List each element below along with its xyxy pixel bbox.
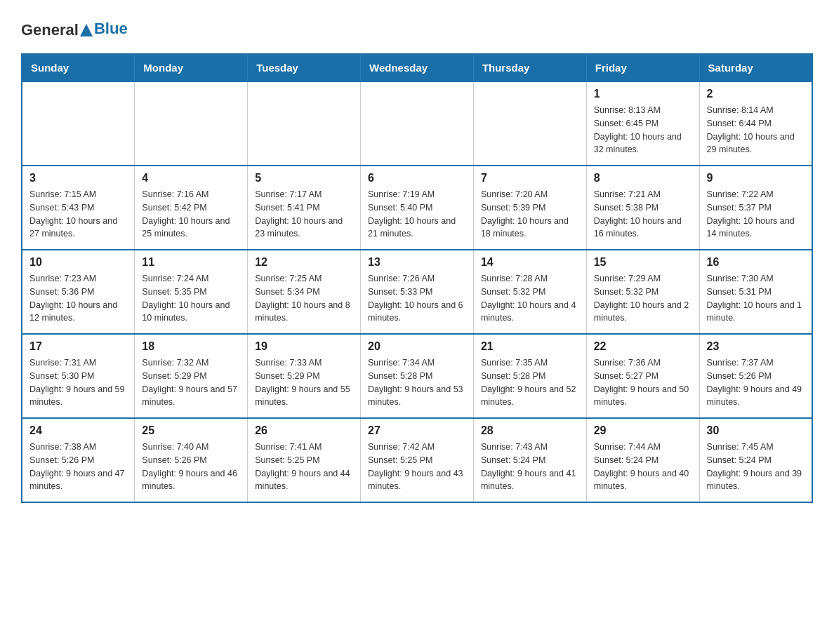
- day-number: 6: [368, 172, 466, 185]
- day-number: 24: [29, 424, 127, 437]
- calendar-cell: 13Sunrise: 7:26 AMSunset: 5:33 PMDayligh…: [361, 250, 474, 334]
- calendar-cell: 2Sunrise: 8:14 AMSunset: 6:44 PMDaylight…: [699, 81, 812, 166]
- day-info: Sunrise: 7:32 AMSunset: 5:29 PMDaylight:…: [142, 356, 240, 409]
- day-info: Sunrise: 7:35 AMSunset: 5:28 PMDaylight:…: [481, 356, 579, 409]
- day-info: Sunrise: 7:25 AMSunset: 5:34 PMDaylight:…: [255, 272, 353, 325]
- day-info: Sunrise: 7:17 AMSunset: 5:41 PMDaylight:…: [255, 188, 353, 241]
- weekday-header-wednesday: Wednesday: [361, 54, 474, 81]
- day-info: Sunrise: 7:33 AMSunset: 5:29 PMDaylight:…: [255, 356, 353, 409]
- calendar-cell: 24Sunrise: 7:38 AMSunset: 5:26 PMDayligh…: [22, 418, 135, 502]
- calendar-cell: 12Sunrise: 7:25 AMSunset: 5:34 PMDayligh…: [248, 250, 361, 334]
- calendar-cell: 22Sunrise: 7:36 AMSunset: 5:27 PMDayligh…: [586, 334, 699, 418]
- calendar-cell: 29Sunrise: 7:44 AMSunset: 5:24 PMDayligh…: [586, 418, 699, 502]
- weekday-header-monday: Monday: [135, 54, 248, 81]
- calendar-cell: [135, 81, 248, 166]
- calendar-cell: 4Sunrise: 7:16 AMSunset: 5:42 PMDaylight…: [135, 166, 248, 250]
- day-number: 19: [255, 340, 353, 353]
- day-number: 12: [255, 256, 353, 269]
- calendar-cell: 21Sunrise: 7:35 AMSunset: 5:28 PMDayligh…: [473, 334, 586, 418]
- day-info: Sunrise: 7:45 AMSunset: 5:24 PMDaylight:…: [707, 441, 805, 493]
- calendar-week-2: 3Sunrise: 7:15 AMSunset: 5:43 PMDaylight…: [22, 166, 812, 250]
- calendar-cell: 5Sunrise: 7:17 AMSunset: 5:41 PMDaylight…: [248, 166, 361, 250]
- calendar-body: 1Sunrise: 8:13 AMSunset: 6:45 PMDaylight…: [22, 81, 812, 502]
- day-number: 1: [594, 88, 692, 100]
- logo-general-text: General: [21, 21, 79, 39]
- calendar-cell: 30Sunrise: 7:45 AMSunset: 5:24 PMDayligh…: [699, 418, 812, 502]
- weekday-header-tuesday: Tuesday: [248, 54, 361, 81]
- logo-triangle-icon: [80, 24, 93, 36]
- calendar-cell: 16Sunrise: 7:30 AMSunset: 5:31 PMDayligh…: [699, 250, 812, 334]
- calendar-week-1: 1Sunrise: 8:13 AMSunset: 6:45 PMDaylight…: [22, 81, 812, 166]
- day-info: Sunrise: 7:26 AMSunset: 5:33 PMDaylight:…: [368, 272, 466, 325]
- day-info: Sunrise: 7:43 AMSunset: 5:24 PMDaylight:…: [481, 441, 579, 493]
- day-number: 25: [142, 424, 240, 437]
- day-number: 27: [368, 424, 466, 437]
- calendar-cell: 27Sunrise: 7:42 AMSunset: 5:25 PMDayligh…: [361, 418, 474, 502]
- day-info: Sunrise: 7:31 AMSunset: 5:30 PMDaylight:…: [29, 356, 127, 409]
- calendar-cell: [473, 81, 586, 166]
- weekday-header-sunday: Sunday: [22, 54, 135, 81]
- day-info: Sunrise: 7:28 AMSunset: 5:32 PMDaylight:…: [481, 272, 579, 325]
- day-number: 5: [255, 172, 353, 185]
- day-info: Sunrise: 7:37 AMSunset: 5:26 PMDaylight:…: [707, 356, 805, 409]
- calendar-cell: [22, 81, 135, 166]
- calendar-cell: 8Sunrise: 7:21 AMSunset: 5:38 PMDaylight…: [586, 166, 699, 250]
- day-info: Sunrise: 7:23 AMSunset: 5:36 PMDaylight:…: [29, 272, 127, 325]
- day-info: Sunrise: 7:19 AMSunset: 5:40 PMDaylight:…: [368, 188, 466, 241]
- page-header: General Blue: [21, 14, 813, 39]
- day-number: 10: [29, 256, 127, 269]
- calendar-cell: 6Sunrise: 7:19 AMSunset: 5:40 PMDaylight…: [361, 166, 474, 250]
- day-number: 14: [481, 256, 579, 269]
- calendar-cell: 25Sunrise: 7:40 AMSunset: 5:26 PMDayligh…: [135, 418, 248, 502]
- day-number: 13: [368, 256, 466, 269]
- day-number: 3: [29, 172, 127, 185]
- day-number: 21: [481, 340, 579, 353]
- day-info: Sunrise: 7:20 AMSunset: 5:39 PMDaylight:…: [481, 188, 579, 241]
- day-info: Sunrise: 7:22 AMSunset: 5:37 PMDaylight:…: [707, 188, 805, 241]
- weekday-header-saturday: Saturday: [699, 54, 812, 81]
- day-info: Sunrise: 7:36 AMSunset: 5:27 PMDaylight:…: [594, 356, 692, 409]
- day-number: 7: [481, 172, 579, 185]
- day-info: Sunrise: 7:41 AMSunset: 5:25 PMDaylight:…: [255, 441, 353, 493]
- calendar-cell: [361, 81, 474, 166]
- calendar-week-5: 24Sunrise: 7:38 AMSunset: 5:26 PMDayligh…: [22, 418, 812, 502]
- calendar-cell: 18Sunrise: 7:32 AMSunset: 5:29 PMDayligh…: [135, 334, 248, 418]
- calendar-cell: 17Sunrise: 7:31 AMSunset: 5:30 PMDayligh…: [22, 334, 135, 418]
- day-number: 8: [594, 172, 692, 185]
- calendar-cell: 28Sunrise: 7:43 AMSunset: 5:24 PMDayligh…: [473, 418, 586, 502]
- day-number: 11: [142, 256, 240, 269]
- day-number: 16: [707, 256, 805, 269]
- day-number: 4: [142, 172, 240, 185]
- calendar-cell: 20Sunrise: 7:34 AMSunset: 5:28 PMDayligh…: [361, 334, 474, 418]
- day-info: Sunrise: 7:24 AMSunset: 5:35 PMDaylight:…: [142, 272, 240, 325]
- calendar-cell: 3Sunrise: 7:15 AMSunset: 5:43 PMDaylight…: [22, 166, 135, 250]
- calendar-week-4: 17Sunrise: 7:31 AMSunset: 5:30 PMDayligh…: [22, 334, 812, 418]
- day-number: 28: [481, 424, 579, 437]
- day-number: 22: [594, 340, 692, 353]
- weekday-header-friday: Friday: [586, 54, 699, 81]
- svg-marker-0: [80, 24, 93, 36]
- day-info: Sunrise: 7:21 AMSunset: 5:38 PMDaylight:…: [594, 188, 692, 241]
- calendar-cell: 15Sunrise: 7:29 AMSunset: 5:32 PMDayligh…: [586, 250, 699, 334]
- weekday-header-thursday: Thursday: [473, 54, 586, 81]
- day-info: Sunrise: 7:16 AMSunset: 5:42 PMDaylight:…: [142, 188, 240, 241]
- calendar-header: SundayMondayTuesdayWednesdayThursdayFrid…: [22, 54, 812, 81]
- calendar-cell: [248, 81, 361, 166]
- day-number: 20: [368, 340, 466, 353]
- logo: General Blue: [21, 21, 128, 39]
- calendar-cell: 26Sunrise: 7:41 AMSunset: 5:25 PMDayligh…: [248, 418, 361, 502]
- day-number: 17: [29, 340, 127, 353]
- day-info: Sunrise: 7:44 AMSunset: 5:24 PMDaylight:…: [594, 441, 692, 493]
- day-info: Sunrise: 7:30 AMSunset: 5:31 PMDaylight:…: [707, 272, 805, 325]
- day-info: Sunrise: 8:13 AMSunset: 6:45 PMDaylight:…: [594, 104, 692, 156]
- calendar-cell: 7Sunrise: 7:20 AMSunset: 5:39 PMDaylight…: [473, 166, 586, 250]
- calendar-cell: 11Sunrise: 7:24 AMSunset: 5:35 PMDayligh…: [135, 250, 248, 334]
- weekday-row: SundayMondayTuesdayWednesdayThursdayFrid…: [22, 54, 812, 81]
- day-info: Sunrise: 7:40 AMSunset: 5:26 PMDaylight:…: [142, 441, 240, 493]
- calendar-week-3: 10Sunrise: 7:23 AMSunset: 5:36 PMDayligh…: [22, 250, 812, 334]
- calendar-cell: 9Sunrise: 7:22 AMSunset: 5:37 PMDaylight…: [699, 166, 812, 250]
- day-number: 23: [707, 340, 805, 353]
- calendar-table: SundayMondayTuesdayWednesdayThursdayFrid…: [21, 53, 813, 503]
- day-info: Sunrise: 7:42 AMSunset: 5:25 PMDaylight:…: [368, 441, 466, 493]
- day-info: Sunrise: 7:29 AMSunset: 5:32 PMDaylight:…: [594, 272, 692, 325]
